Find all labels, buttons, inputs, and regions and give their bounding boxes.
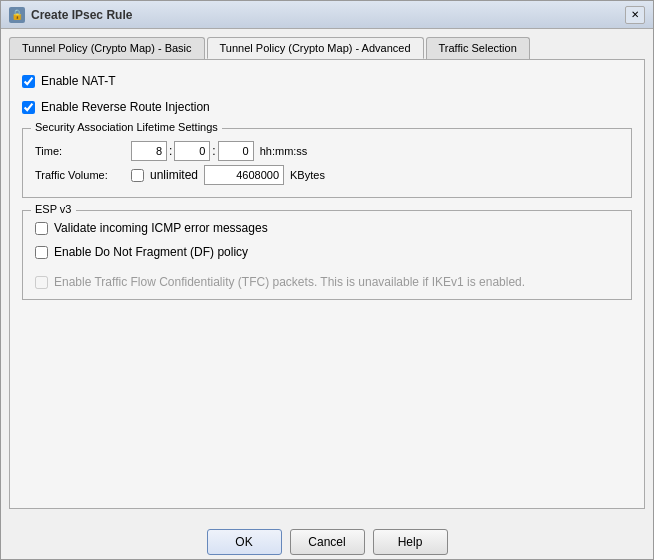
tab-basic[interactable]: Tunnel Policy (Crypto Map) - Basic (9, 37, 205, 59)
time-seconds-input[interactable] (218, 141, 254, 161)
volume-value-input[interactable] (204, 165, 284, 185)
reverse-route-label: Enable Reverse Route Injection (41, 100, 210, 114)
esp-v3-label: ESP v3 (31, 203, 76, 215)
time-inputs: : : hh:mm:ss (131, 141, 307, 161)
security-association-label: Security Association Lifetime Settings (31, 121, 222, 133)
nat-t-row: Enable NAT-T (22, 72, 632, 90)
reverse-route-checkbox[interactable] (22, 101, 35, 114)
title-bar: 🔒 Create IPsec Rule ✕ (1, 1, 653, 29)
bottom-buttons: OK Cancel Help (1, 517, 653, 559)
help-button[interactable]: Help (373, 529, 448, 555)
tfc-checkbox[interactable] (35, 276, 48, 289)
tab-bar: Tunnel Policy (Crypto Map) - Basic Tunne… (9, 37, 645, 60)
cancel-button[interactable]: Cancel (290, 529, 365, 555)
volume-unlimited-label: unlimited (150, 168, 198, 182)
content-area: Tunnel Policy (Crypto Map) - Basic Tunne… (1, 29, 653, 517)
volume-row: Traffic Volume: unlimited KBytes (35, 165, 619, 185)
time-unit-label: hh:mm:ss (260, 145, 308, 157)
time-minutes-input[interactable] (174, 141, 210, 161)
security-association-section: Security Association Lifetime Settings T… (22, 128, 632, 198)
time-sep-1: : (169, 144, 172, 158)
ok-button[interactable]: OK (207, 529, 282, 555)
nat-t-label: Enable NAT-T (41, 74, 115, 88)
do-not-fragment-label: Enable Do Not Fragment (DF) policy (54, 245, 248, 259)
tfc-label: Enable Traffic Flow Confidentiality (TFC… (54, 275, 525, 289)
time-label: Time: (35, 145, 125, 157)
title-bar-controls: ✕ (625, 6, 645, 24)
main-window: 🔒 Create IPsec Rule ✕ Tunnel Policy (Cry… (0, 0, 654, 560)
volume-unlimited-checkbox[interactable] (131, 169, 144, 182)
do-not-fragment-checkbox[interactable] (35, 246, 48, 259)
validate-icmp-label: Validate incoming ICMP error messages (54, 221, 268, 235)
validate-icmp-checkbox[interactable] (35, 222, 48, 235)
time-sep-2: : (212, 144, 215, 158)
window-icon: 🔒 (9, 7, 25, 23)
window-title: Create IPsec Rule (31, 8, 625, 22)
do-not-fragment-row: Enable Do Not Fragment (DF) policy (35, 243, 619, 261)
volume-label: Traffic Volume: (35, 169, 125, 181)
reverse-route-row: Enable Reverse Route Injection (22, 98, 632, 116)
tab-content-advanced: Enable NAT-T Enable Reverse Route Inject… (9, 60, 645, 509)
close-button[interactable]: ✕ (625, 6, 645, 24)
tab-advanced[interactable]: Tunnel Policy (Crypto Map) - Advanced (207, 37, 424, 59)
time-row: Time: : : hh:mm:ss (35, 141, 619, 161)
volume-unit-label: KBytes (290, 169, 325, 181)
time-hours-input[interactable] (131, 141, 167, 161)
validate-icmp-row: Validate incoming ICMP error messages (35, 219, 619, 237)
nat-t-checkbox[interactable] (22, 75, 35, 88)
esp-v3-section: ESP v3 Validate incoming ICMP error mess… (22, 210, 632, 300)
tab-traffic-selection[interactable]: Traffic Selection (426, 37, 530, 59)
tfc-row: Enable Traffic Flow Confidentiality (TFC… (35, 273, 619, 291)
